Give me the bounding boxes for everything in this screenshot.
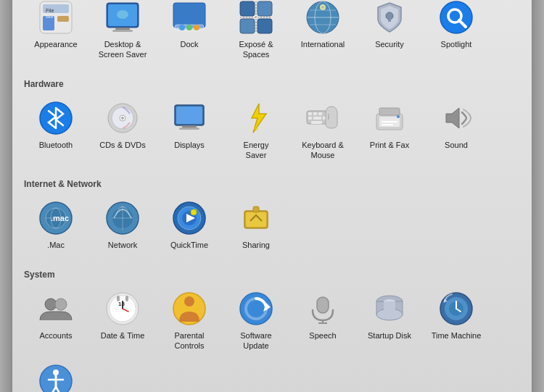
mac-label: .Mac	[47, 240, 65, 250]
svg-point-41	[121, 117, 124, 120]
time-machine-label: Time Machine	[432, 330, 482, 341]
svg-rect-19	[257, 1, 272, 16]
expose-spaces-label: Exposé &Spaces	[239, 39, 273, 60]
svg-point-90	[184, 296, 194, 306]
svg-rect-48	[308, 112, 312, 115]
date-time-icon: 18	[104, 290, 141, 328]
svg-point-81	[55, 299, 67, 310]
section-system: System Accounts	[24, 270, 520, 392]
svg-rect-79	[253, 207, 259, 212]
keyboard-mouse-label: Keyboard &Mouse	[302, 140, 343, 161]
universal-access-icon	[37, 362, 75, 392]
pref-item-mac[interactable]: .mac .Mac	[24, 195, 88, 254]
sharing-label: Sharing	[242, 240, 270, 250]
svg-text:New: New	[46, 14, 53, 19]
cds-dvds-icon	[104, 99, 141, 137]
svg-rect-50	[318, 112, 322, 115]
energy-saver-label: EnergySaver	[244, 140, 269, 161]
quicktime-label: QuickTime	[170, 240, 208, 250]
pref-item-international[interactable]: International	[291, 0, 355, 64]
parental-controls-label: ParentalControls	[175, 330, 205, 351]
svg-point-10	[117, 10, 128, 19]
svg-rect-21	[257, 19, 272, 33]
print-fax-icon	[371, 99, 408, 137]
pref-item-energy-saver[interactable]: EnergySaver	[224, 95, 288, 165]
pref-item-keyboard-mouse[interactable]: Keyboard &Mouse	[291, 95, 355, 165]
svg-rect-51	[308, 117, 312, 120]
time-machine-icon	[437, 290, 475, 328]
svg-text:File: File	[46, 8, 54, 13]
pref-item-desktop-screensaver[interactable]: Desktop &Screen Saver	[91, 0, 154, 64]
appearance-label: Appearance	[34, 39, 77, 49]
pref-item-expose-spaces[interactable]: Exposé &Spaces	[224, 0, 288, 64]
spotlight-label: Spotlight	[441, 39, 472, 49]
spotlight-icon	[437, 0, 475, 36]
svg-rect-20	[240, 19, 255, 33]
pref-item-parental-controls[interactable]: ParentalControls	[157, 285, 221, 356]
pref-item-time-machine[interactable]: Time Machine	[424, 285, 488, 356]
pref-item-security[interactable]: Security	[358, 0, 421, 64]
pref-item-quicktime[interactable]: QuickTime	[157, 195, 221, 254]
keyboard-mouse-icon	[304, 99, 342, 137]
svg-rect-44	[182, 125, 197, 128]
svg-rect-5	[57, 16, 69, 22]
svg-rect-52	[313, 117, 321, 120]
security-icon	[371, 0, 408, 36]
section-grid-system: Accounts 18 Date &	[24, 285, 520, 392]
svg-rect-33	[388, 17, 391, 22]
svg-point-46	[254, 126, 258, 130]
pref-item-appearance[interactable]: File New Appearance	[24, 0, 88, 64]
quicktime-icon	[170, 199, 208, 237]
pref-item-sound[interactable]: Sound	[424, 95, 488, 165]
svg-rect-13	[173, 3, 205, 28]
svg-point-34	[440, 1, 472, 33]
pref-item-cds-dvds[interactable]: CDs & DVDs	[91, 95, 154, 165]
svg-rect-12	[112, 30, 133, 32]
pref-item-date-time[interactable]: 18 Date & Time	[91, 285, 154, 356]
svg-text:18: 18	[118, 301, 125, 307]
startup-disk-icon	[371, 290, 408, 328]
svg-rect-45	[179, 128, 199, 130]
section-hardware: Hardware Bluetooth	[24, 79, 520, 172]
pref-item-print-fax[interactable]: Print & Fax	[358, 95, 421, 165]
svg-line-76	[196, 209, 197, 210]
pref-item-bluetooth[interactable]: Bluetooth	[24, 95, 88, 165]
bluetooth-label: Bluetooth	[39, 140, 73, 150]
startup-disk-label: Startup Disk	[368, 330, 411, 341]
section-personal: Personal File New Appearance	[24, 0, 520, 72]
pref-item-displays[interactable]: Displays	[157, 95, 221, 165]
svg-rect-59	[382, 121, 397, 122]
svg-point-74	[191, 209, 197, 215]
svg-rect-54	[311, 121, 322, 124]
pref-item-spotlight[interactable]: Spotlight	[424, 0, 488, 64]
svg-rect-60	[382, 124, 393, 125]
pref-item-software-update[interactable]: SoftwareUpdate	[224, 285, 288, 356]
sound-icon	[437, 99, 475, 137]
pref-item-speech[interactable]: Speech	[291, 285, 355, 356]
software-update-icon	[237, 290, 275, 328]
pref-item-network[interactable]: Network	[91, 195, 154, 254]
svg-point-61	[397, 115, 400, 118]
svg-rect-93	[317, 297, 329, 313]
pref-item-sharing[interactable]: Sharing	[224, 195, 288, 254]
section-grid-personal: File New Appearance	[24, 0, 520, 72]
section-grid-hardware: Bluetooth CDs & DVDs	[24, 95, 520, 172]
section-label-internet-network: Internet & Network	[24, 179, 520, 189]
svg-point-15	[179, 25, 185, 30]
network-label: Network	[108, 240, 137, 250]
svg-point-17	[194, 25, 199, 30]
pref-item-accounts[interactable]: Accounts	[24, 285, 88, 356]
expose-spaces-icon	[237, 0, 275, 36]
pref-item-dock[interactable]: Dock	[157, 0, 221, 64]
cds-dvds-label: CDs & DVDs	[99, 140, 146, 150]
energy-saver-icon	[237, 99, 275, 137]
pref-item-universal-access[interactable]: UniversalAccess	[24, 358, 88, 392]
section-grid-internet-network: .mac .Mac	[24, 195, 520, 262]
software-update-label: SoftwareUpdate	[240, 330, 271, 351]
appearance-icon: File New	[37, 0, 75, 36]
svg-rect-49	[313, 112, 317, 115]
desktop-screensaver-icon	[104, 0, 141, 36]
section-label-system: System	[24, 270, 520, 280]
pref-item-startup-disk[interactable]: Startup Disk	[358, 285, 421, 356]
section-internet-network: Internet & Network .mac .Mac	[24, 179, 520, 262]
